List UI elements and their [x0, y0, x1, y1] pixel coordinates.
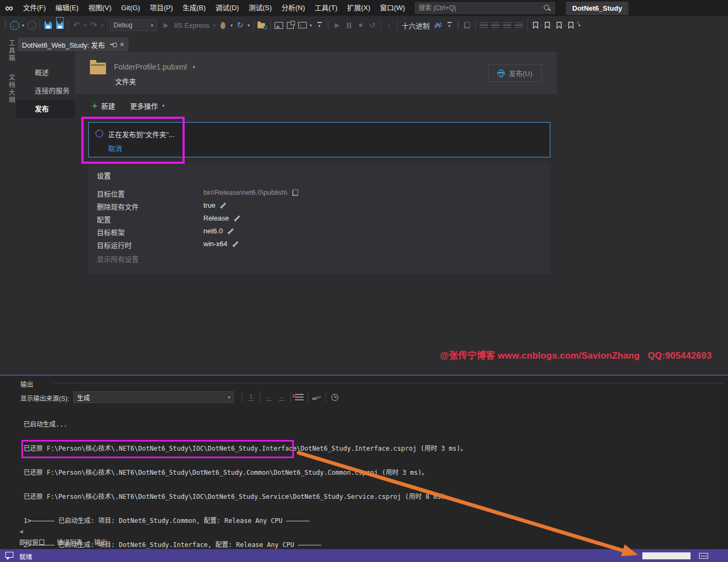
menu-git[interactable]: Git(G): [116, 0, 145, 16]
menu-edit[interactable]: 编辑(E): [51, 0, 84, 16]
next-message-button[interactable]: →: [275, 391, 288, 403]
clear-bookmarks-button[interactable]: ×: [565, 21, 577, 29]
output-panel: 输出 显示输出来源(S): 生成 ↧ ← → ab↵ 已启动生成... 已还原 …: [0, 375, 728, 549]
toggle-word-wrap-button[interactable]: ab↵: [310, 391, 323, 403]
output-source-combobox[interactable]: 生成: [73, 391, 234, 403]
toolbar-grip[interactable]: [457, 21, 460, 30]
show-threads-button[interactable]: [432, 19, 444, 32]
restart-dropdown-icon[interactable]: [246, 23, 252, 28]
back-icon: [10, 21, 19, 30]
previous-bookmark-button[interactable]: ←: [542, 21, 553, 29]
restart-app-button[interactable]: [234, 19, 246, 32]
copy-icon[interactable]: [292, 189, 298, 196]
setting-label: 配置: [97, 214, 111, 224]
indent-left-icon: [480, 22, 488, 28]
setting-value: net6.0: [203, 227, 223, 235]
menu-extensions[interactable]: 扩展(X): [342, 0, 375, 16]
bookmark-icon: [533, 21, 539, 29]
search-icon[interactable]: [543, 4, 551, 12]
menu-file[interactable]: 文件(F): [18, 0, 51, 16]
menu-debug[interactable]: 调试(D): [210, 0, 244, 16]
redo-dropdown-icon[interactable]: [100, 23, 105, 28]
pencil-icon[interactable]: [232, 240, 239, 247]
quick-search[interactable]: [415, 2, 555, 14]
pencil-icon[interactable]: [228, 227, 234, 234]
nav-item-connected-services[interactable]: 连接的服务: [16, 82, 75, 100]
attach-button[interactable]: [461, 19, 473, 32]
menu-test[interactable]: 测试(S): [244, 0, 276, 16]
menu-build[interactable]: 生成(B): [178, 0, 210, 16]
nav-item-publish[interactable]: 发布: [16, 100, 75, 118]
toolbar-overflow-button[interactable]: [314, 19, 325, 32]
stop-button[interactable]: [355, 19, 367, 32]
decrease-indent-button[interactable]: [478, 19, 490, 32]
restart-debug-button[interactable]: [367, 19, 378, 32]
navigate-back-button[interactable]: [9, 19, 20, 32]
new-profile-button[interactable]: 新建: [92, 101, 115, 111]
terminal-dropdown-icon[interactable]: [308, 23, 314, 28]
menu-view[interactable]: 视图(V): [84, 0, 116, 16]
output-source-dropdown-icon[interactable]: [224, 392, 233, 402]
panel-drag-handle[interactable]: [54, 382, 724, 385]
goto-message-button[interactable]: ↧: [245, 391, 257, 403]
pencil-icon[interactable]: [234, 215, 241, 222]
configuration-dropdown-icon[interactable]: [147, 20, 156, 31]
toolbar-grip[interactable]: [327, 21, 330, 30]
show-all-settings-link[interactable]: 显示所有设置: [97, 254, 139, 264]
save-all-front-icon: [56, 21, 64, 29]
sidebar-tab-toolbox[interactable]: 工具箱: [0, 40, 16, 62]
undo-button[interactable]: [71, 19, 82, 32]
publish-globe-icon: [497, 70, 505, 77]
run-target-dropdown-icon[interactable]: [212, 23, 217, 28]
feedback-icon[interactable]: [699, 553, 708, 559]
menu-analyze[interactable]: 分析(N): [277, 0, 310, 16]
pause-button[interactable]: [343, 19, 355, 32]
solution-configuration-combobox[interactable]: Debug: [110, 19, 157, 31]
publish-button[interactable]: 发布(U): [488, 64, 542, 82]
undo-dropdown-icon[interactable]: [82, 23, 88, 28]
toolbar-grip[interactable]: [4, 21, 7, 30]
pencil-icon[interactable]: [220, 202, 227, 209]
browse-with-button[interactable]: [256, 19, 268, 32]
menu-window[interactable]: 窗口(W): [375, 0, 410, 16]
next-bookmark-button[interactable]: →: [553, 21, 565, 29]
save-all-button[interactable]: [54, 19, 66, 32]
continue-button[interactable]: [331, 19, 343, 32]
notification-bubble-icon[interactable]: [5, 552, 13, 558]
home-window-button[interactable]: [273, 19, 285, 32]
increase-indent-button[interactable]: [490, 19, 502, 32]
solution-title: DotNet6_Study: [566, 2, 628, 15]
redo-button[interactable]: [88, 19, 100, 32]
run-target-label[interactable]: IIS Express: [172, 19, 211, 32]
setting-row-configuration: 配置 Release: [88, 212, 550, 225]
start-without-debugging-icon[interactable]: [160, 19, 172, 32]
hot-reload-dropdown-icon[interactable]: [229, 23, 234, 28]
layout-button[interactable]: [285, 19, 297, 32]
more-actions-button[interactable]: 更多操作: [130, 101, 166, 111]
search-input[interactable]: [415, 3, 543, 13]
debug-toolbar-overflow-button[interactable]: [444, 19, 456, 32]
profile-dropdown-icon[interactable]: [191, 65, 196, 70]
save-button[interactable]: [42, 19, 54, 32]
terminal-button[interactable]: ›: [297, 19, 308, 32]
pin-icon[interactable]: [110, 42, 116, 47]
hexadecimal-display-button[interactable]: 十六进制: [400, 20, 432, 31]
document-tab[interactable]: DotNet6_Web_Study: 发布: [18, 37, 128, 51]
step-into-button[interactable]: [383, 19, 395, 32]
hot-reload-button[interactable]: [217, 19, 229, 32]
back-dropdown-icon[interactable]: [20, 23, 26, 28]
close-icon[interactable]: [120, 41, 124, 48]
menu-project[interactable]: 项目(P): [145, 0, 178, 16]
clear-all-button[interactable]: [293, 391, 306, 403]
settings-card: 设置 目标位置 bin\Release\net6.0\publish\ 删除现有…: [88, 164, 550, 274]
navigate-forward-button[interactable]: [26, 19, 37, 32]
profile-name[interactable]: FolderProfile1.pubxml: [114, 63, 196, 71]
menu-tools[interactable]: 工具(T): [310, 0, 343, 16]
scroll-left-button[interactable]: [19, 529, 23, 534]
timestamp-button[interactable]: [328, 391, 341, 403]
previous-message-button[interactable]: ←: [262, 391, 275, 403]
sidebar-tab-document-outline[interactable]: 文档大纲: [0, 74, 16, 104]
nav-item-overview[interactable]: 概述: [16, 64, 75, 82]
uncomment-button[interactable]: [513, 19, 525, 32]
comment-button[interactable]: [502, 19, 513, 32]
